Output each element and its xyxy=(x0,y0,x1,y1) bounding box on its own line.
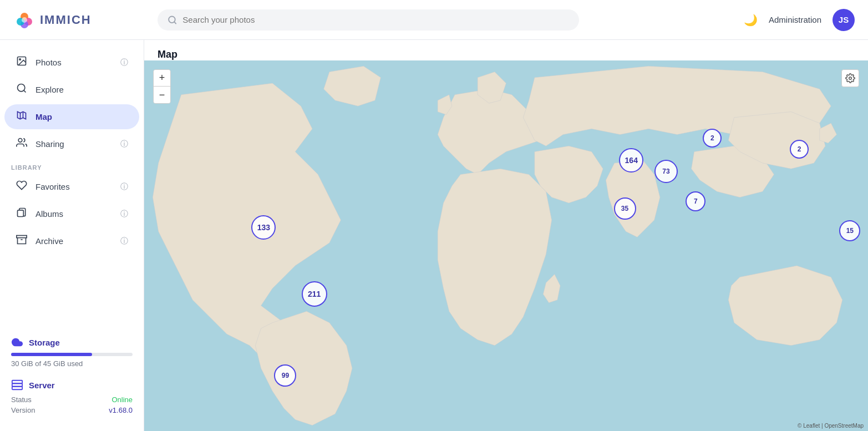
map-attribution: © Leaflet | OpenStreetMap xyxy=(798,423,864,429)
svg-line-10 xyxy=(24,90,26,93)
map-cluster-c3[interactable]: 99 xyxy=(274,364,296,387)
search-bar[interactable] xyxy=(158,9,579,31)
svg-rect-15 xyxy=(17,236,27,238)
map-cluster-c9[interactable]: 2 xyxy=(790,140,809,159)
map-background: + − 13321199164733572215 © Leaflet | Ope… xyxy=(144,60,868,431)
map-cluster-c4[interactable]: 164 xyxy=(619,148,643,173)
favorites-label: Favorites xyxy=(35,182,113,191)
albums-label: Albums xyxy=(35,209,113,219)
server-section: Server Status Online Version v1.68.0 xyxy=(0,374,144,422)
map-settings-button[interactable] xyxy=(841,69,859,87)
photos-info-icon: ⓘ xyxy=(120,58,128,68)
map-cluster-c5[interactable]: 73 xyxy=(654,160,678,183)
storage-section: Storage 30 GiB of 45 GiB used xyxy=(0,329,144,374)
svg-point-4 xyxy=(22,17,27,23)
storage-usage-text: 30 GiB of 45 GiB used xyxy=(11,359,133,368)
server-version-row: Version v1.68.0 xyxy=(11,405,133,415)
svg-point-21 xyxy=(849,77,852,80)
main-layout: Photos ⓘ Explore Map Sharing ⓘ LIBRARY xyxy=(0,40,868,431)
search-input[interactable] xyxy=(182,15,569,24)
content-area: Map xyxy=(144,40,868,431)
map-cluster-c8[interactable]: 2 xyxy=(703,129,722,148)
favorites-icon xyxy=(16,180,28,194)
map-label: Map xyxy=(35,112,128,121)
map-cluster-c7[interactable]: 7 xyxy=(686,191,705,211)
albums-info-icon: ⓘ xyxy=(120,209,128,219)
sharing-icon xyxy=(16,137,28,151)
sidebar-item-archive[interactable]: Archive ⓘ xyxy=(4,229,139,253)
search-icon xyxy=(167,15,177,25)
storage-bar-fill xyxy=(11,353,92,356)
map-cluster-c2[interactable]: 211 xyxy=(302,281,327,307)
header-right: 🌙 Administration JS xyxy=(744,9,855,31)
server-icon xyxy=(11,379,23,391)
sharing-label: Sharing xyxy=(35,139,113,149)
server-title: Server xyxy=(11,379,133,391)
explore-icon xyxy=(16,83,28,97)
sidebar-item-explore[interactable]: Explore xyxy=(4,77,139,102)
logo-area: IMMICH xyxy=(13,9,158,31)
archive-label: Archive xyxy=(35,236,113,246)
map-icon xyxy=(16,110,28,124)
sharing-info-icon: ⓘ xyxy=(120,139,128,149)
photos-icon xyxy=(16,55,28,69)
map-cluster-c10[interactable]: 15 xyxy=(839,220,860,241)
sidebar-item-map[interactable]: Map xyxy=(4,104,139,129)
zoom-out-button[interactable]: − xyxy=(154,87,170,103)
svg-rect-19 xyxy=(12,387,22,390)
archive-info-icon: ⓘ xyxy=(120,236,128,246)
sidebar-item-photos[interactable]: Photos ⓘ xyxy=(4,50,139,75)
svg-point-8 xyxy=(19,59,21,60)
server-status-row: Status Online xyxy=(11,394,133,405)
storage-title: Storage xyxy=(11,336,133,348)
app-logo-text: IMMICH xyxy=(40,13,92,27)
favorites-info-icon: ⓘ xyxy=(120,182,128,192)
world-map-svg xyxy=(144,60,868,431)
svg-line-6 xyxy=(174,22,176,23)
photos-label: Photos xyxy=(35,58,113,67)
version-label: Version xyxy=(11,406,35,414)
svg-point-13 xyxy=(18,139,22,143)
zoom-in-button[interactable]: + xyxy=(154,70,170,87)
map-zoom-controls: + − xyxy=(153,69,171,104)
sidebar-item-albums[interactable]: Albums ⓘ xyxy=(4,201,139,226)
archive-icon xyxy=(16,234,28,248)
status-label: Status xyxy=(11,395,32,404)
sidebar-item-favorites[interactable]: Favorites ⓘ xyxy=(4,174,139,199)
albums-icon xyxy=(16,207,28,221)
map-cluster-c1[interactable]: 133 xyxy=(251,215,276,240)
explore-label: Explore xyxy=(35,85,128,94)
app-header: IMMICH 🌙 Administration JS xyxy=(0,0,868,40)
logo-icon xyxy=(13,9,35,31)
sidebar-item-sharing[interactable]: Sharing ⓘ xyxy=(4,131,139,156)
library-section-label: LIBRARY xyxy=(0,158,144,173)
user-avatar[interactable]: JS xyxy=(833,9,855,31)
sidebar: Photos ⓘ Explore Map Sharing ⓘ LIBRARY xyxy=(0,40,144,431)
map-cluster-c6[interactable]: 35 xyxy=(614,197,636,220)
storage-bar-background xyxy=(11,353,133,356)
settings-icon xyxy=(845,73,855,83)
storage-cloud-icon xyxy=(11,336,23,348)
status-value: Online xyxy=(111,395,133,404)
administration-link[interactable]: Administration xyxy=(769,15,821,24)
svg-point-9 xyxy=(18,84,25,92)
version-value: v1.68.0 xyxy=(109,406,133,414)
map-container[interactable]: + − 13321199164733572215 © Leaflet | Ope… xyxy=(144,60,868,431)
svg-rect-14 xyxy=(18,210,24,217)
page-title: Map xyxy=(144,40,868,60)
dark-mode-button[interactable]: 🌙 xyxy=(744,13,758,27)
